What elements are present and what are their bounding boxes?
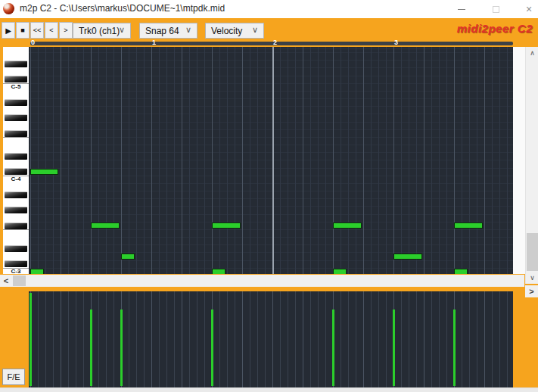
play-button[interactable]: ▶ (2, 22, 15, 39)
velocity-stem[interactable] (332, 310, 334, 386)
midi-note[interactable] (212, 269, 225, 274)
snap-dropdown-value: Snap 64 (145, 26, 179, 36)
vertical-scrollbar[interactable]: ∧ ∨ (525, 47, 538, 284)
octave-label: C-4 (3, 176, 29, 182)
scroll-up-button[interactable]: ∧ (526, 47, 538, 59)
piano-black-key[interactable] (5, 130, 27, 137)
grid-right-gutter (513, 47, 525, 274)
piano-black-key[interactable] (5, 260, 27, 267)
velocity-stem[interactable] (393, 310, 395, 386)
scroll-right-button[interactable]: > (525, 285, 538, 297)
scroll-down-button[interactable]: ∨ (526, 272, 538, 284)
minimize-button[interactable] (450, 0, 473, 18)
scroll-left-button[interactable]: < (0, 275, 12, 287)
mode-dropdown[interactable]: Velocity ∨ (205, 23, 264, 39)
velocity-panel[interactable] (29, 291, 513, 387)
piano-black-key[interactable] (5, 245, 27, 252)
note-grid[interactable] (29, 47, 513, 274)
rewind-button[interactable]: << (30, 22, 44, 39)
white-key-separator (3, 137, 29, 138)
horizontal-scrollbar[interactable]: < (0, 275, 524, 287)
title-bar: m2p C2 - C:\Users\markus\DOCUME~1\mtpdk.… (0, 0, 538, 18)
piano-black-key[interactable] (5, 191, 27, 198)
maximize-button[interactable] (484, 0, 507, 18)
app-window: m2p C2 - C:\Users\markus\DOCUME~1\mtpdk.… (0, 0, 538, 392)
horizontal-scroll-thumb[interactable] (13, 275, 26, 286)
midi-note[interactable] (333, 222, 362, 229)
app-icon (3, 3, 14, 14)
octave-label: C-5 (3, 84, 29, 90)
minimize-icon (458, 9, 465, 10)
chevron-down-icon: ∨ (119, 25, 125, 35)
velocity-stem[interactable] (90, 310, 92, 386)
fe-button[interactable]: F/E (2, 369, 25, 385)
midi-note[interactable] (121, 254, 135, 260)
velocity-stem[interactable] (30, 293, 32, 386)
stop-icon: ■ (20, 26, 24, 34)
rewind-icon: << (33, 26, 42, 34)
ruler-mark: 0 (31, 39, 35, 47)
piano-black-key[interactable] (5, 168, 27, 175)
step-forward-icon: > (64, 26, 67, 34)
playback-cursor (272, 47, 274, 274)
midi-note[interactable] (393, 254, 422, 260)
piano-black-key[interactable] (5, 222, 27, 229)
mode-dropdown-value: Velocity (211, 26, 242, 36)
piano-black-key[interactable] (5, 61, 27, 67)
chevron-down-icon: ∨ (185, 25, 191, 35)
stop-button[interactable]: ■ (16, 22, 30, 39)
piano-black-key[interactable] (5, 99, 27, 106)
velocity-stem[interactable] (120, 310, 123, 386)
play-icon: ▶ (5, 26, 11, 35)
step-back-button[interactable]: < (45, 22, 58, 39)
vertical-scroll-thumb[interactable] (527, 233, 538, 271)
step-back-icon: < (49, 26, 53, 34)
octave-label: C-3 (3, 269, 29, 274)
snap-dropdown[interactable]: Snap 64 ∨ (139, 23, 197, 39)
close-button[interactable]: × (518, 0, 538, 18)
velocity-stem[interactable] (211, 310, 213, 386)
midi-note[interactable] (333, 269, 347, 274)
midi-note[interactable] (30, 269, 44, 274)
close-icon: × (526, 4, 532, 14)
piano-keyboard[interactable]: C-5C-4C-3 (3, 47, 29, 274)
ruler-mark: 1 (152, 39, 156, 47)
chevron-left-icon: < (4, 276, 8, 285)
velocity-stem[interactable] (453, 310, 456, 386)
ruler-mark: 2 (273, 39, 277, 47)
maximize-icon (493, 6, 499, 13)
midi-note[interactable] (454, 269, 468, 274)
app-logo: midi2peer C2 (457, 22, 533, 35)
white-key-separator (3, 229, 29, 230)
midi-note[interactable] (212, 222, 241, 229)
ruler-mark: 3 (394, 39, 398, 47)
track-dropdown-value: Trk0 (ch1) (79, 26, 120, 36)
midi-note[interactable] (454, 222, 483, 229)
midi-note[interactable] (91, 222, 120, 229)
ruler: 0123 (0, 39, 538, 47)
step-forward-button[interactable]: > (59, 22, 73, 39)
piano-black-key[interactable] (5, 153, 27, 160)
window-title: m2p C2 - C:\Users\markus\DOCUME~1\mtpdk.… (20, 3, 225, 14)
chevron-right-icon: > (529, 287, 533, 296)
chevron-up-icon: ∧ (530, 49, 535, 57)
track-dropdown[interactable]: Trk0 (ch1) ∨ (73, 23, 131, 39)
midi-note[interactable] (30, 169, 58, 175)
piano-black-key[interactable] (5, 76, 27, 82)
piano-black-key[interactable] (5, 114, 27, 121)
piano-black-key[interactable] (5, 207, 27, 213)
window-bottom-edge (0, 387, 538, 392)
chevron-down-icon: ∨ (530, 274, 535, 282)
chevron-down-icon: ∨ (252, 25, 258, 35)
